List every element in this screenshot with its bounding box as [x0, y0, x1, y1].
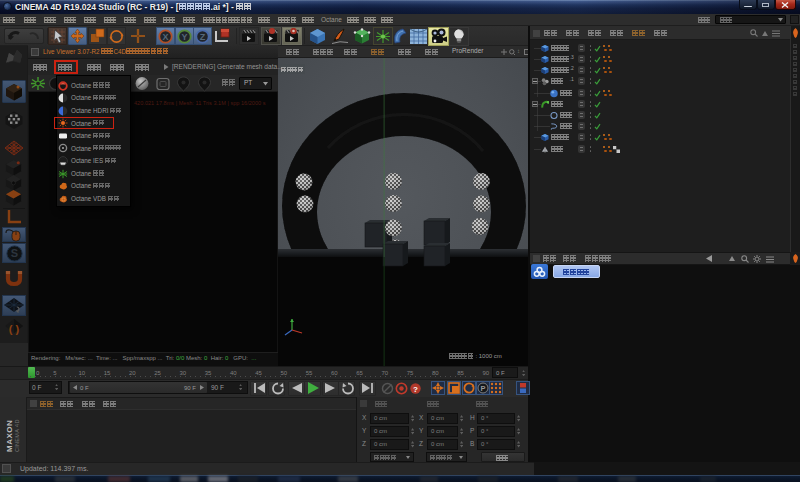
svg-text:S: S: [10, 247, 17, 259]
svg-text:X: X: [162, 32, 168, 42]
svg-text:Z: Z: [200, 32, 206, 42]
svg-text:P: P: [480, 384, 485, 393]
svg-text:?: ?: [413, 385, 418, 394]
svg-text:( ): ( ): [9, 323, 20, 335]
svg-text:Y: Y: [181, 32, 187, 42]
